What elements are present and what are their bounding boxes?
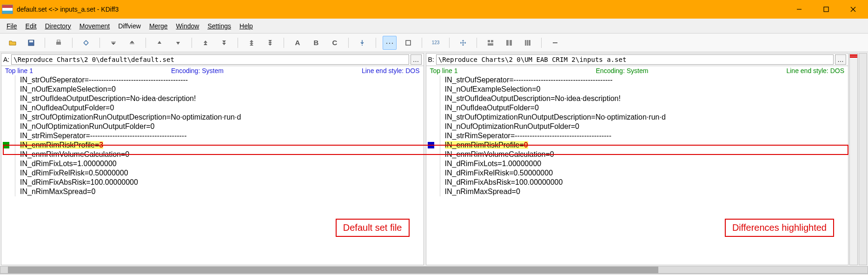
- overview-strip[interactable]: [849, 53, 858, 265]
- layout3-icon[interactable]: [521, 36, 535, 50]
- minimize-button[interactable]: [786, 1, 812, 18]
- show-whitespace-button[interactable]: ⋯: [383, 36, 397, 50]
- app-icon: [2, 5, 13, 14]
- vertical-scrollbar[interactable]: [859, 53, 867, 265]
- pane-b-browse-button[interactable]: …: [835, 54, 846, 65]
- move-icon[interactable]: [456, 36, 470, 50]
- pane-a-topline: Top line 1: [5, 67, 33, 74]
- svg-rect-15: [525, 40, 526, 46]
- prev-diff-icon[interactable]: [152, 36, 166, 50]
- code-line: IN_enmRimRiskProfile=3: [1, 141, 424, 150]
- layout1-icon[interactable]: [484, 36, 497, 50]
- code-line: IN_enmRimVolumeCalculation=0: [426, 150, 848, 159]
- toggle-split-icon[interactable]: [401, 36, 415, 50]
- code-line: IN_strOufOptimizationRunOutputDescriptio…: [1, 113, 424, 122]
- open-icon[interactable]: [6, 36, 20, 50]
- menu-movement[interactable]: Movement: [76, 20, 113, 32]
- code-line: IN_nRimMaxSpread=0: [426, 187, 848, 196]
- menu-edit[interactable]: Edit: [22, 20, 40, 32]
- prev-unsolved-icon[interactable]: [245, 36, 258, 50]
- svg-rect-18: [553, 42, 557, 43]
- code-line: IN_nOufIdeaOutputFolder=0: [1, 103, 424, 113]
- code-line: IN_strOufIdeaOutputDescription=No·idea·d…: [1, 94, 424, 103]
- svg-point-8: [362, 45, 363, 46]
- pane-b-encoding: Encoding: System: [596, 67, 649, 74]
- menubar: File Edit Directory Movement Diffview Me…: [0, 19, 868, 34]
- svg-rect-11: [491, 40, 493, 42]
- next-conflict-icon[interactable]: [217, 36, 231, 50]
- code-line: IN_strOufSeperator=---------------------…: [1, 75, 424, 85]
- svg-rect-5: [29, 40, 33, 42]
- pane-a-lineend: Line end style: DOS: [362, 67, 420, 74]
- prev-conflict-icon[interactable]: [199, 36, 212, 50]
- close-button[interactable]: [840, 1, 866, 18]
- code-line: IN_nOufExampleSelection=0: [1, 85, 424, 94]
- auto-advance-icon[interactable]: [355, 36, 369, 50]
- svg-rect-7: [57, 40, 60, 42]
- code-line: IN_strRimSeperator=---------------------…: [1, 131, 424, 141]
- pane-b-lineend: Line end style: DOS: [786, 67, 844, 74]
- pane-b-topline: Top line 1: [430, 67, 458, 74]
- code-line: IN_nOufOptimizationRunOutputFolder=0: [1, 122, 424, 131]
- code-line: IN_dRimFixLots=1.00000000: [426, 159, 848, 168]
- menu-merge[interactable]: Merge: [146, 20, 172, 32]
- svg-rect-10: [488, 40, 490, 42]
- annotation-differences: Differences highlighted: [725, 219, 834, 237]
- pane-a-encoding: Encoding: System: [171, 67, 224, 74]
- svg-rect-16: [527, 40, 528, 46]
- svg-rect-6: [56, 42, 61, 45]
- code-line: IN_dRimFixAbsRisk=100.00000000: [426, 178, 848, 187]
- menu-file[interactable]: File: [3, 20, 21, 32]
- svg-rect-17: [529, 40, 530, 46]
- code-line: IN_dRimFixLots=1.00000000: [1, 159, 424, 168]
- code-line: IN_nOufIdeaOutputFolder=0: [426, 103, 848, 113]
- pane-b-path-input[interactable]: [436, 54, 834, 65]
- pane-b: B: … Top line 1 Encoding: System Line en…: [426, 53, 849, 265]
- collapse-icon[interactable]: [548, 36, 562, 50]
- menu-diffview[interactable]: Diffview: [114, 20, 145, 32]
- toolbar: A B C ⋯ 123: [0, 34, 868, 52]
- window-title: default.set <-> inputs_a.set - KDiff3: [17, 6, 786, 13]
- menu-directory[interactable]: Directory: [41, 20, 75, 32]
- code-line: IN_nRimMaxSpread=0: [1, 187, 424, 196]
- next-unsolved-icon[interactable]: [263, 36, 277, 50]
- menu-help[interactable]: Help: [236, 20, 257, 32]
- menu-settings[interactable]: Settings: [204, 20, 235, 32]
- pane-a-path-input[interactable]: [11, 54, 409, 65]
- select-c-button[interactable]: C: [328, 36, 342, 50]
- layout2-icon[interactable]: [502, 36, 516, 50]
- pane-a-browse-button[interactable]: …: [411, 54, 422, 65]
- code-line: IN_strOufOptimizationRunOutputDescriptio…: [426, 113, 848, 122]
- pane-a: A: … Top line 1 Encoding: System Line en…: [1, 53, 424, 265]
- svg-rect-9: [406, 40, 411, 45]
- print-icon[interactable]: [52, 36, 66, 50]
- save-icon[interactable]: [24, 36, 38, 50]
- svg-rect-14: [510, 40, 512, 46]
- code-line: IN_enmRimVolumeCalculation=0: [1, 150, 424, 159]
- annotation-default-set: Default set file: [336, 219, 410, 237]
- horizontal-scrollbar[interactable]: [0, 266, 868, 274]
- goto-current-icon[interactable]: [79, 36, 93, 50]
- code-line: IN_dRimFixAbsRisk=100.00000000: [1, 178, 424, 187]
- pane-a-label: A:: [3, 56, 9, 63]
- first-diff-icon[interactable]: [106, 36, 120, 50]
- code-line: IN_dRimFixRelRisk=0.50000000: [1, 168, 424, 178]
- titlebar: default.set <-> inputs_a.set - KDiff3: [0, 0, 868, 19]
- code-line: IN_strRimSeperator=---------------------…: [426, 131, 848, 141]
- svg-rect-12: [488, 43, 493, 46]
- svg-rect-1: [824, 7, 828, 12]
- code-line: IN_nOufOptimizationRunOutputFolder=0: [426, 122, 848, 131]
- line-numbers-button[interactable]: 123: [429, 36, 443, 50]
- select-a-button[interactable]: A: [291, 36, 305, 50]
- code-line: IN_nOufExampleSelection=0: [426, 85, 848, 94]
- code-line: IN_strOufIdeaOutputDescription=No·idea·d…: [426, 94, 848, 103]
- code-line: IN_strOufSeperator=---------------------…: [426, 75, 848, 85]
- next-diff-icon[interactable]: [171, 36, 185, 50]
- maximize-button[interactable]: [813, 1, 839, 18]
- diff-panes: A: … Top line 1 Encoding: System Line en…: [0, 52, 868, 266]
- select-b-button[interactable]: B: [309, 36, 323, 50]
- code-line: IN_dRimFixRelRisk=0.50000000: [426, 168, 848, 178]
- last-diff-icon[interactable]: [125, 36, 139, 50]
- menu-window[interactable]: Window: [172, 20, 203, 32]
- svg-rect-13: [506, 40, 509, 46]
